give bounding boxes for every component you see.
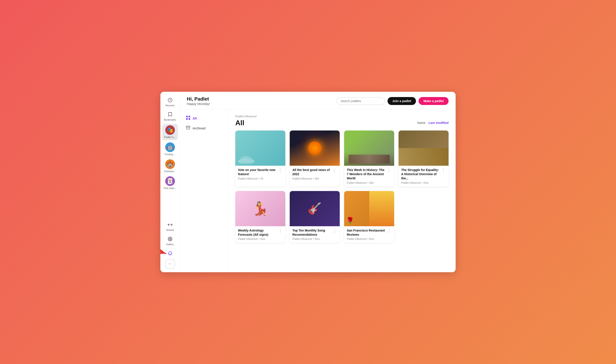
search-input[interactable] (336, 97, 385, 105)
padlet-card-equality[interactable]: The Struggle for Equality: A Historical … (398, 130, 449, 187)
sidebar-account-first-joke[interactable]: 🃏 First Joke... (162, 175, 178, 191)
card-title-vote: Vote on your favorite new feature! (238, 168, 276, 176)
card-body-good-news: All the best good news of 2022 ⋮ Padlet … (290, 166, 340, 182)
card-body-history: This Week in History: The 7 Wonders of t… (344, 166, 394, 187)
nav-item-all[interactable]: All (183, 114, 224, 123)
nav-archived-label: Archived (192, 126, 205, 130)
header-greeting: Hi, Padlet Happy Monday! (187, 96, 210, 106)
notifications-icon (167, 250, 173, 256)
padlet-card-vote[interactable]: Vote on your favorite new feature! ⋮ Pad… (235, 130, 285, 187)
svg-rect-9 (186, 126, 190, 127)
sidebar-item-shared-label: Shared (166, 229, 174, 232)
card-meta-songs: Padlet Influencer • 5mo (292, 237, 337, 241)
sidebar-item-shared[interactable]: Shared (162, 220, 178, 233)
card-title-history: This Week in History: The 7 Wonders of t… (347, 168, 385, 181)
sort-controls: Name Last modified (417, 121, 449, 125)
card-menu-vote[interactable]: ⋮ (278, 168, 283, 173)
card-title-songs: Top Ten Monthly Song Recomendations (292, 228, 331, 237)
sidebar-account-trusting[interactable]: 🤖 Trusting ... (162, 141, 178, 157)
card-thumb-good-news (290, 130, 340, 166)
sort-last-modified-button[interactable]: Last modified (428, 121, 449, 125)
card-body-songs: Top Ten Monthly Song Recomendations ⋮ Pa… (290, 226, 340, 243)
greeting-name: Hi, Padlet (187, 96, 210, 102)
card-menu-equality[interactable]: ⋮ (441, 168, 446, 173)
card-menu-astrology[interactable]: ⋮ (278, 228, 283, 233)
svg-point-10 (238, 159, 255, 164)
nav-all-label: All (192, 117, 197, 120)
avatar-padlet-in: 🎭 (165, 125, 175, 135)
card-body-astrology: Weekly Astrology Forecasts (All signs) ⋮… (235, 226, 285, 243)
card-title-good-news: All the best good news of 2022 (292, 168, 331, 176)
svg-rect-5 (186, 116, 188, 117)
sidebar-bottom: Shared Gallery (160, 220, 179, 270)
avatar-padlet-in-label: Padlet In... (164, 136, 176, 139)
sidebar-account-padlet-in[interactable]: 🎭 Padlet In... (162, 124, 178, 140)
card-menu-history[interactable]: ⋮ (387, 168, 392, 173)
breadcrumb: Padlet Influencer (235, 115, 449, 118)
card-body-sf-restaurants: San Francisco Restaurant Reviews ⋮ Padle… (344, 226, 394, 243)
sidebar-item-notifications[interactable] (162, 248, 178, 258)
page-title: All (235, 119, 244, 127)
sort-name-button[interactable]: Name (417, 121, 425, 125)
avatar-trusting: 🤖 (165, 143, 175, 152)
sidebar-account-overjoyed[interactable]: 🏰 Overjoye... (162, 158, 178, 174)
nav-item-archived[interactable]: Archived (183, 124, 224, 133)
shared-icon (167, 221, 173, 228)
card-meta-equality: Padlet Influencer • 2mo (401, 181, 446, 184)
sidebar-item-bookmarks[interactable]: Bookmarks (162, 110, 178, 123)
card-meta-vote: Padlet Influencer • 7d (238, 177, 283, 180)
card-body-vote: Vote on your favorite new feature! ⋮ Pad… (235, 166, 285, 182)
card-menu-songs[interactable]: ⋮ (332, 228, 337, 233)
avatar-first-joke-label: First Joke... (164, 187, 176, 190)
main-content: Hi, Padlet Happy Monday! Join a padlet M… (180, 92, 456, 272)
sidebar-item-bookmarks-label: Bookmarks (164, 118, 176, 121)
svg-rect-6 (189, 116, 190, 117)
greeting-sub: Happy Monday! (187, 102, 210, 106)
sidebar-item-gallery-label: Gallery (166, 243, 174, 246)
card-thumb-vote (235, 130, 285, 166)
card-meta-sf-restaurants: Padlet Influencer • 5mo (347, 237, 392, 241)
sidebar-item-gallery[interactable]: Gallery (162, 234, 178, 247)
card-menu-good-news[interactable]: ⋮ (332, 168, 337, 173)
card-title-astrology: Weekly Astrology Forecasts (All signs) (238, 228, 276, 237)
card-meta-history: Padlet Influencer • 25d (347, 181, 392, 184)
avatar-first-joke: 🃏 (165, 176, 175, 186)
card-thumb-history (344, 130, 394, 166)
avatar-overjoyed: 🏰 (165, 159, 175, 169)
sidebar-item-recents-label: Recents (165, 104, 174, 107)
padlet-card-history[interactable]: This Week in History: The 7 Wonders of t… (344, 130, 394, 187)
card-meta-astrology: Padlet Influencer • 3mo (238, 237, 283, 241)
padlet-card-good-news[interactable]: All the best good news of 2022 ⋮ Padlet … (290, 130, 340, 187)
gallery-icon (167, 236, 173, 242)
padlet-grid: Vote on your favorite new feature! ⋮ Pad… (235, 130, 449, 243)
avatar-trusting-label: Trusting ... (164, 153, 176, 156)
padlet-card-songs[interactable]: 🎸 Top Ten Monthly Song Recomendations ⋮ … (290, 191, 340, 243)
padlet-card-astrology[interactable]: 💃 Weekly Astrology Forecasts (All signs)… (235, 191, 285, 243)
make-padlet-button[interactable]: Make a padlet (419, 97, 449, 105)
more-button[interactable]: ··· (165, 259, 175, 269)
card-meta-good-news: Padlet Influencer • 20d (292, 177, 337, 180)
sidebar-item-recents[interactable]: Recents (162, 95, 178, 109)
all-nav-icon (186, 116, 190, 121)
svg-rect-7 (186, 118, 188, 120)
card-title-equality: The Struggle for Equality: A Historical … (401, 168, 440, 181)
content-area: Padlet Influencer All Name Last modified (228, 109, 456, 272)
archived-nav-icon (186, 125, 190, 131)
padlet-card-sf-restaurants[interactable]: 🌹 San Francisco Restaurant Reviews ⋮ Pad… (344, 191, 394, 243)
card-thumb-songs: 🎸 (290, 191, 340, 226)
sidebar: Recents Bookmarks 🎭 Padlet In... 🤖 Trust… (160, 92, 180, 272)
header-actions: Join a padlet Make a padlet (336, 97, 449, 105)
card-body-equality: The Struggle for Equality: A Historical … (398, 166, 449, 187)
card-thumb-astrology: 💃 (235, 191, 285, 226)
bookmarks-icon (167, 111, 173, 117)
card-menu-sf-restaurants[interactable]: ⋮ (387, 228, 392, 233)
more-icon: ··· (168, 262, 172, 266)
secondary-nav: All Archived (180, 109, 228, 272)
join-padlet-button[interactable]: Join a padlet (387, 97, 416, 105)
svg-rect-8 (189, 118, 190, 120)
card-thumb-sf-restaurants: 🌹 (344, 191, 394, 226)
recents-icon (167, 97, 173, 103)
avatar-overjoyed-label: Overjoye... (164, 170, 176, 173)
card-thumb-equality (398, 130, 449, 166)
header: Hi, Padlet Happy Monday! Join a padlet M… (180, 92, 456, 109)
